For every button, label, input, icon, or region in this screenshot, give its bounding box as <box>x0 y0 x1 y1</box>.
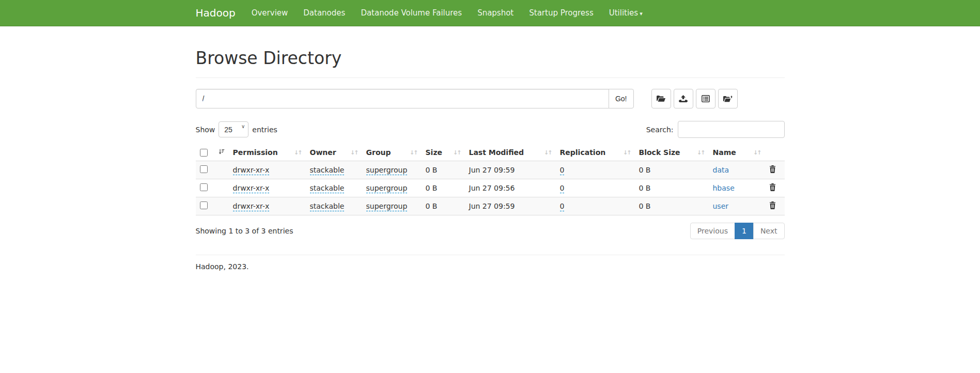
col-header-size: Size <box>426 148 443 157</box>
pagination-next[interactable]: Next <box>753 223 785 239</box>
directory-table: Permission↓↑ Owner↓↑ Group↓↑ Size↓↑ Last… <box>196 144 785 215</box>
size-cell: 0 B <box>426 202 438 210</box>
show-label: Show <box>196 126 215 134</box>
delete-button[interactable] <box>769 165 776 173</box>
pagination-page-1[interactable]: 1 <box>735 223 754 239</box>
owner-cell[interactable]: stackable <box>310 184 345 193</box>
trash-icon <box>769 167 776 175</box>
size-cell: 0 B <box>426 166 438 174</box>
entries-label: entries <box>252 126 277 134</box>
table-search-control: Search: <box>646 121 785 138</box>
go-button[interactable]: Go! <box>609 89 634 108</box>
sort-icon: ↓↑ <box>623 149 630 156</box>
navbar-menu: Overview Datanodes Datanode Volume Failu… <box>244 0 650 26</box>
navbar: Hadoop Overview Datanodes Datanode Volum… <box>0 0 980 26</box>
file-actions-toolbar <box>651 89 738 108</box>
owner-cell[interactable]: stackable <box>310 166 345 175</box>
sort-icon: ↓↑ <box>294 149 301 156</box>
nav-datanode-volume-failures[interactable]: Datanode Volume Failures <box>353 0 470 26</box>
sort-icon: ↓↑ <box>544 149 551 156</box>
block-size-cell: 0 B <box>639 166 651 174</box>
row-checkbox[interactable] <box>200 201 208 209</box>
cut-paste-button[interactable] <box>696 89 715 108</box>
block-size-cell: 0 B <box>639 184 651 192</box>
pagination-previous[interactable]: Previous <box>690 223 735 239</box>
directory-link[interactable]: user <box>713 202 729 210</box>
title-divider <box>196 77 785 78</box>
last-modified-cell: Jun 27 09:59 <box>469 166 515 174</box>
directory-path-input[interactable] <box>196 89 609 108</box>
upload-files-button[interactable] <box>674 89 693 108</box>
folder-move-icon <box>723 95 733 102</box>
replication-cell[interactable]: 0 <box>560 202 565 211</box>
table-header-row: Permission↓↑ Owner↓↑ Group↓↑ Size↓↑ Last… <box>196 144 785 161</box>
sort-icon: ↓↑ <box>410 149 417 156</box>
row-checkbox[interactable] <box>200 183 208 191</box>
search-label: Search: <box>646 126 674 134</box>
replication-cell[interactable]: 0 <box>560 166 565 175</box>
trash-icon <box>769 203 776 211</box>
directory-link[interactable]: hbase <box>713 184 735 192</box>
table-row: drwxr-xr-x stackable supergroup 0 B Jun … <box>196 197 785 215</box>
group-cell[interactable]: supergroup <box>366 184 408 193</box>
list-alt-icon <box>702 95 710 102</box>
sort-icon: ↓↑ <box>753 149 760 156</box>
nav-startup-progress[interactable]: Startup Progress <box>521 0 601 26</box>
col-header-actions <box>765 144 785 161</box>
permission-cell[interactable]: drwxr-xr-x <box>233 184 270 193</box>
permission-cell[interactable]: drwxr-xr-x <box>233 166 270 175</box>
page-length-control: Show 25 ∨ entries <box>196 121 277 137</box>
directory-link[interactable]: data <box>713 166 729 174</box>
path-input-group: Go! <box>196 89 634 108</box>
nav-snapshot[interactable]: Snapshot <box>470 0 521 26</box>
group-cell[interactable]: supergroup <box>366 202 408 211</box>
sort-icon: ↓↑ <box>453 149 460 156</box>
upload-icon <box>679 95 688 102</box>
move-to-directory-button[interactable] <box>718 89 738 108</box>
block-size-cell: 0 B <box>639 202 651 210</box>
page-title: Browse Directory <box>196 48 785 68</box>
footer-text: Hadoop, 2023. <box>196 262 785 271</box>
delete-button[interactable] <box>769 183 776 191</box>
create-directory-button[interactable] <box>651 89 671 108</box>
last-modified-cell: Jun 27 09:56 <box>469 184 515 192</box>
sort-amount-icon[interactable] <box>218 148 225 157</box>
table-row: drwxr-xr-x stackable supergroup 0 B Jun … <box>196 179 785 197</box>
table-row: drwxr-xr-x stackable supergroup 0 B Jun … <box>196 161 785 179</box>
col-header-group: Group <box>366 148 391 157</box>
trash-icon <box>769 185 776 193</box>
table-footer: Showing 1 to 3 of 3 entries Previous 1 N… <box>196 219 785 243</box>
nav-datanodes[interactable]: Datanodes <box>295 0 353 26</box>
col-header-last-modified: Last Modified <box>469 148 524 157</box>
group-cell[interactable]: supergroup <box>366 166 408 175</box>
sort-icon: ↓↑ <box>350 149 357 156</box>
page-size-select[interactable]: 25 <box>219 121 248 137</box>
last-modified-cell: Jun 27 09:59 <box>469 202 515 210</box>
footer-divider <box>196 255 785 255</box>
navbar-brand[interactable]: Hadoop <box>196 0 244 26</box>
folder-open-icon <box>657 95 665 102</box>
col-header-block-size: Block Size <box>639 148 680 157</box>
size-cell: 0 B <box>426 184 438 192</box>
replication-cell[interactable]: 0 <box>560 184 565 193</box>
col-header-owner: Owner <box>310 148 336 157</box>
col-header-replication: Replication <box>560 148 606 157</box>
nav-utilities-label: Utilities <box>609 8 638 18</box>
col-header-name: Name <box>713 148 736 157</box>
select-all-checkbox[interactable] <box>200 149 208 157</box>
row-checkbox[interactable] <box>200 165 208 173</box>
permission-cell[interactable]: drwxr-xr-x <box>233 202 270 211</box>
search-input[interactable] <box>678 121 785 138</box>
pagination: Previous 1 Next <box>690 223 785 239</box>
path-form: Go! <box>196 89 785 108</box>
nav-overview[interactable]: Overview <box>244 0 296 26</box>
col-header-permission: Permission <box>233 148 278 157</box>
sort-icon: ↓↑ <box>697 149 704 156</box>
table-info: Showing 1 to 3 of 3 entries <box>196 222 293 240</box>
nav-utilities-dropdown[interactable]: Utilities▾ <box>601 0 650 27</box>
delete-button[interactable] <box>769 201 776 209</box>
page-size-select-wrap: 25 ∨ <box>219 121 248 137</box>
table-controls: Show 25 ∨ entries Search: <box>196 121 785 138</box>
caret-down-icon: ▾ <box>640 10 643 17</box>
owner-cell[interactable]: stackable <box>310 202 345 211</box>
